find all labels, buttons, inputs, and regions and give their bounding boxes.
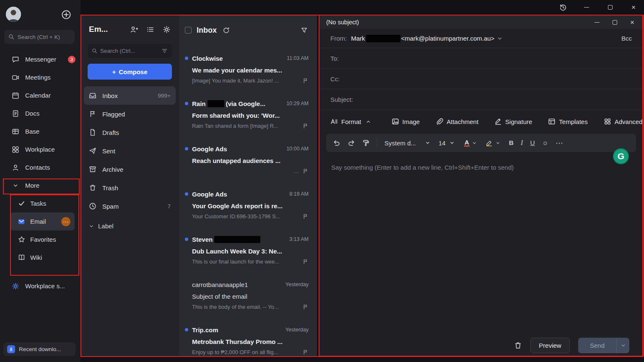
flag-icon[interactable] [302,168,309,174]
font-size-select[interactable]: 14 [439,139,457,147]
underline-button[interactable]: U [530,139,535,147]
compose-maximize-button[interactable] [608,16,622,28]
message-body-input[interactable]: Say something (Enter to add a new line, … [319,152,643,183]
window-close-button[interactable]: × [627,1,640,14]
video-icon [12,74,19,81]
undo-icon[interactable] [333,139,340,147]
attachment-button[interactable]: Attachment [436,118,478,125]
sidebar-item-wiki[interactable]: Wiki [10,248,75,266]
highlighter-icon [486,139,493,147]
sidebar-item-contacts[interactable]: Contacts [0,158,80,176]
clock-icon [89,202,96,210]
list-icon[interactable] [146,26,154,34]
italic-button[interactable]: I [521,139,523,147]
cc-field[interactable]: Cc: [319,69,643,89]
send-options-chevron-icon[interactable] [617,338,629,353]
flag-icon[interactable] [302,77,309,84]
insert-image-button[interactable]: Image [392,118,420,125]
sidebar-item-email[interactable]: Email ⋯ [10,212,75,230]
highlight-color-button[interactable] [486,139,502,147]
sidebar-item-docs[interactable]: Docs [0,104,80,122]
email-list-item[interactable]: carrotbananaapple1 Yesterday Subject of … [179,276,317,321]
folder-archive[interactable]: Archive [84,160,176,178]
grammarly-icon[interactable]: G [613,148,629,164]
email-list-item[interactable]: Google Ads 8:19 AM Your Google Ads repor… [179,185,317,230]
clear-format-icon[interactable]: ☼ [542,139,549,147]
window-minimize-button[interactable] [580,1,593,14]
unread-dot [185,192,188,196]
to-field[interactable]: To: [319,48,643,69]
email-sender: carrotbananaapple1 [192,281,248,288]
flag-icon[interactable] [302,303,309,310]
templates-button[interactable]: Templates [548,118,587,125]
folder-spam[interactable]: Spam 7 [84,197,176,215]
font-color-button[interactable]: A [464,139,478,147]
add-contact-icon[interactable] [130,26,138,34]
folder-inbox[interactable]: Inbox 999+ [84,86,176,105]
advanced-button[interactable]: Advanced [604,118,643,125]
sidebar-item-meetings[interactable]: Meetings [0,68,80,86]
select-all-checkbox[interactable] [185,27,192,34]
folder-flagged[interactable]: Flagged [84,105,176,123]
compose-minimize-button[interactable] [590,16,604,28]
sidebar-item-calendar[interactable]: Calendar [0,86,80,104]
signature-button[interactable]: Signature [494,118,532,125]
discard-trash-icon[interactable] [514,341,522,349]
add-new-icon[interactable] [61,10,71,20]
window-maximize-button[interactable] [604,1,616,14]
email-list-item[interactable]: Trip.com Yesterday Metrobank Thursday Pr… [179,321,317,357]
from-label: From: [330,35,347,42]
folder-trash[interactable]: Trash [84,178,176,197]
chevron-down-icon[interactable] [497,36,503,41]
sidebar-item-tasks[interactable]: Tasks [10,194,75,212]
email-list-item[interactable]: Google Ads 10:00 AM Reach untapped audie… [179,140,317,185]
flag-icon[interactable] [302,349,309,355]
email-search-input[interactable] [100,48,158,54]
email-list-item[interactable]: Clockwise 11:03 AM We made your calendar… [179,49,317,95]
email-search-box[interactable] [88,44,172,58]
email-list-item[interactable]: Steven 3:13 AM Dub Launch Week Day 3: Ne… [179,230,317,276]
format-painter-icon[interactable] [362,139,370,147]
sidebar-item-favorites[interactable]: Favorites [10,230,75,248]
sidebar-item-workplace[interactable]: Workplace [0,140,80,158]
unread-dot [185,147,188,150]
filter-icon[interactable] [161,48,168,54]
settings-gear-icon[interactable] [163,26,171,34]
sidebar-item-messenger[interactable]: Messenger 3 [0,50,80,68]
format-toggle-button[interactable]: Format [330,118,372,125]
sidebar-item-base[interactable]: Base [0,122,80,140]
send-button[interactable]: Send [578,338,629,353]
subject-field[interactable]: Subject: [319,89,643,110]
folder-sent[interactable]: Sent [84,142,176,160]
more-tools-icon[interactable]: ⋯ [556,139,563,147]
refresh-icon[interactable] [223,27,230,34]
recent-downloads-button[interactable]: Recent downlo... [3,342,75,356]
history-icon[interactable] [557,1,569,14]
inbox-list-panel: Inbox Clockwise 11:03 AM We made your ca… [179,15,317,357]
font-size-value: 14 [439,140,446,147]
user-avatar[interactable] [6,7,21,22]
folder-drafts[interactable]: Drafts [84,123,176,142]
flag-icon[interactable] [302,258,309,265]
label-section-toggle[interactable]: Label [80,222,179,230]
global-search-input[interactable]: Search (Ctrl + K) [4,30,75,44]
filter-funnel-icon[interactable] [301,27,308,34]
chevron-down-icon [494,139,502,147]
sidebar-item-label: Workplace s... [25,282,65,290]
bcc-toggle[interactable]: Bcc [621,35,632,42]
compose-close-button[interactable]: × [625,16,639,28]
email-preview: Your Customer ID:696-335-1796 S... [192,213,299,220]
sidebar-item-workplace-settings[interactable]: Workplace s... [0,277,80,295]
flag-icon[interactable] [302,122,309,129]
flag-icon[interactable] [302,213,309,220]
email-more-options-icon[interactable]: ⋯ [61,217,70,226]
sidebar-item-more[interactable]: More [0,176,80,194]
font-family-select[interactable]: System d... [384,139,431,147]
bold-button[interactable]: B [509,139,514,147]
email-list-item[interactable]: Rain(via Google... 10:29 AM Form shared … [179,95,317,140]
redo-icon[interactable] [348,139,355,147]
compose-button[interactable]: + Compose [88,64,172,80]
from-row[interactable]: From: Mark <mark@platinumpartner.com.au>… [319,29,643,48]
preview-button[interactable]: Preview [530,338,570,353]
template-icon [548,118,556,125]
